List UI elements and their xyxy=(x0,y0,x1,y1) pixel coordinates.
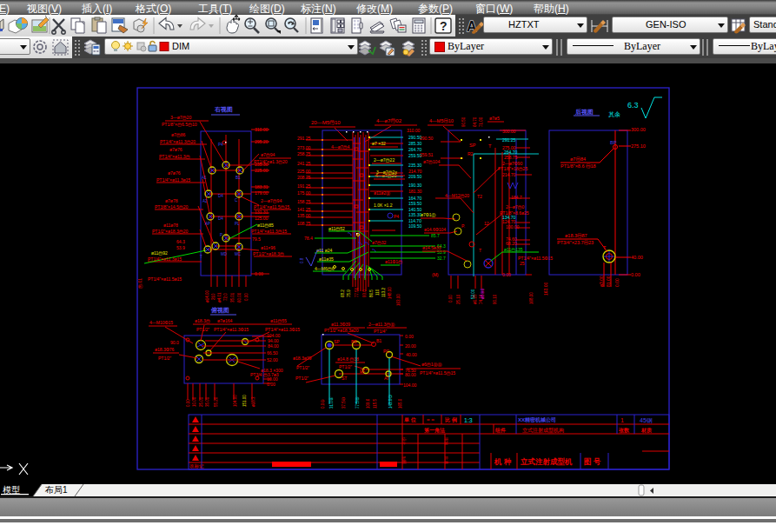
svg-text:100.00: 100.00 xyxy=(506,224,520,229)
svg-text:4—ø7ⓜ02: 4—ø7ⓜ02 xyxy=(376,118,402,123)
svg-text:135.00: 135.00 xyxy=(297,213,311,218)
svg-text:0.00: 0.00 xyxy=(448,295,453,303)
svg-text:104.00: 104.00 xyxy=(233,395,237,407)
svg-text:53.9: 53.9 xyxy=(176,245,185,250)
svg-text:ø18.3ⓜ87: ø18.3ⓜ87 xyxy=(565,233,587,238)
svg-text:P4: P4 xyxy=(218,143,223,147)
svg-text:2—ø7ⓜ22: 2—ø7ⓜ22 xyxy=(374,157,395,163)
svg-text:俯视图: 俯视图 xyxy=(210,306,229,314)
svg-text:BB: BB xyxy=(351,339,357,344)
svg-text:T2: T2 xyxy=(477,194,482,199)
svg-text:86.5: 86.5 xyxy=(369,289,374,297)
svg-text:?: ? xyxy=(440,19,448,33)
svg-text:比 例: 比 例 xyxy=(445,416,457,423)
svg-text:PC: PC xyxy=(383,349,389,354)
svg-text:4—M10Φ15: 4—M10Φ15 xyxy=(149,320,173,325)
svg-text:AP: AP xyxy=(205,222,210,226)
svg-text:MC: MC xyxy=(235,252,242,256)
svg-text:25.10: 25.10 xyxy=(456,294,461,304)
svg-text:ST: ST xyxy=(342,376,347,381)
svg-text:后视图: 后视图 xyxy=(574,109,594,116)
svg-text:PT1/8"×8.6 ⓜ18: PT1/8"×8.6 ⓜ18 xyxy=(560,163,596,169)
svg-text:179.00: 179.00 xyxy=(255,190,269,196)
svg-text:张数: 张数 xyxy=(618,427,630,434)
svg-text:163.00: 163.00 xyxy=(543,282,548,296)
svg-text:68.2: 68.2 xyxy=(341,289,345,297)
svg-text:PT1/4"×ø11.3ø15: PT1/4"×ø11.3ø15 xyxy=(156,177,190,183)
svg-text:85.7: 85.7 xyxy=(431,233,440,238)
svg-text:258.75: 258.75 xyxy=(504,155,518,160)
svg-text:制图: 制图 xyxy=(401,456,406,464)
svg-text:78.4: 78.4 xyxy=(304,236,313,241)
svg-text:PT1/4"×ø11.3ⓜ15: PT1/4"×ø11.3ⓜ15 xyxy=(251,229,287,234)
svg-text:审核: 审核 xyxy=(444,437,448,446)
svg-text:208.75: 208.75 xyxy=(297,175,311,180)
svg-text:143.0Ⓞ: 143.0Ⓞ xyxy=(388,395,393,409)
svg-text:PL: PL xyxy=(235,222,240,226)
svg-text:225.00: 225.00 xyxy=(255,168,269,173)
svg-text:175.00: 175.00 xyxy=(297,190,311,196)
svg-text:52.00: 52.00 xyxy=(267,357,278,362)
svg-text:XX精密机械公司: XX精密机械公司 xyxy=(518,416,556,423)
svg-text:131.31: 131.31 xyxy=(255,209,269,215)
svg-text:PT3/8"×14.5ⓜ20: PT3/8"×14.5ⓜ20 xyxy=(155,204,189,209)
svg-text:190.30: 190.30 xyxy=(408,183,422,188)
svg-text:108.75: 108.75 xyxy=(297,221,311,226)
svg-text:3—ø7ⓜ20: 3—ø7ⓜ20 xyxy=(170,115,191,120)
svg-text:PT1/4"×ø11.5ø15: PT1/4"×ø11.5ø15 xyxy=(148,276,182,282)
svg-text:立式注射成型机: 立式注射成型机 xyxy=(520,457,573,466)
svg-text:ø7ø76: ø7ø76 xyxy=(168,170,181,176)
svg-text:310.00: 310.00 xyxy=(407,128,421,133)
svg-text:158.75: 158.75 xyxy=(297,199,311,204)
svg-text:71.00: 71.00 xyxy=(479,116,483,127)
svg-text:37.5Ⓜ: 37.5Ⓜ xyxy=(342,396,346,409)
svg-text:77.50: 77.50 xyxy=(355,287,359,297)
svg-text:6.3: 6.3 xyxy=(627,101,639,110)
svg-text:PT1/2": PT1/2" xyxy=(158,356,171,361)
svg-text:PT1/4"×ø11.5ⓜ15: PT1/4"×ø11.5ⓜ15 xyxy=(254,204,289,209)
svg-text:31.0Ⓑ: 31.0Ⓑ xyxy=(329,396,334,409)
svg-text:PT1/2": PT1/2" xyxy=(339,364,352,369)
svg-text:PT1/2"×ø18.3ⓜ20: PT1/2"×ø18.3ⓜ20 xyxy=(152,229,189,234)
svg-text:295.20: 295.20 xyxy=(255,139,269,144)
svg-text:275.10: 275.10 xyxy=(631,143,646,149)
svg-text:300.00: 300.00 xyxy=(502,129,516,134)
svg-text:1: 1 xyxy=(620,417,624,423)
svg-text:其余: 其余 xyxy=(608,111,620,118)
svg-text:259.51: 259.51 xyxy=(420,152,434,157)
svg-text:右视图: 右视图 xyxy=(214,106,233,113)
svg-text:181.30: 181.30 xyxy=(408,189,422,194)
svg-text:PT1/8"×ⓜ6.5ⓜ10: PT1/8"×ⓜ6.5ⓜ10 xyxy=(162,122,197,127)
svg-text:改标记: 改标记 xyxy=(189,463,204,469)
svg-text:1.0K ×1.2: 1.0K ×1.2 xyxy=(374,203,393,208)
svg-text:ø11ⓜ55: ø11ⓜ55 xyxy=(270,318,287,323)
svg-text:60.00: 60.00 xyxy=(237,292,242,303)
svg-text:4—ø7ⓜ4: 4—ø7ⓜ4 xyxy=(331,144,350,150)
svg-text:ø14.8 ⓜ38: ø14.8 ⓜ38 xyxy=(337,356,359,362)
svg-text:148.00: 148.00 xyxy=(388,287,392,299)
svg-text:0.00: 0.00 xyxy=(631,272,640,277)
svg-text:104.00: 104.00 xyxy=(403,382,417,388)
svg-text:组件: 组件 xyxy=(494,428,506,433)
svg-text:PT1/4"×ø11.3Φ15: PT1/4"×ø11.3Φ15 xyxy=(265,327,300,332)
svg-text:4—M6ⓜ6: 4—M6ⓜ6 xyxy=(315,266,335,271)
svg-text:93.0: 93.0 xyxy=(362,289,367,297)
svg-text:25.01: 25.01 xyxy=(199,396,203,407)
svg-text:ø11.3Φ39: ø11.3Φ39 xyxy=(331,322,350,327)
svg-text:P.: P. xyxy=(461,223,465,229)
svg-text:184.7: 184.7 xyxy=(511,195,522,200)
svg-text:ø11ⓜ52: ø11ⓜ52 xyxy=(328,226,345,231)
svg-text:210: 210 xyxy=(211,293,216,300)
svg-text:A2: A2 xyxy=(202,199,208,203)
svg-text:ø18.3Φ76: ø18.3Φ76 xyxy=(155,347,175,352)
svg-text:ø7ⓜ32: ø7ⓜ32 xyxy=(372,240,387,245)
svg-text:BP: BP xyxy=(610,140,617,145)
svg-text:113.2: 113.2 xyxy=(381,288,386,297)
svg-text:A1: A1 xyxy=(202,176,207,180)
svg-text:258.75: 258.75 xyxy=(297,151,311,156)
svg-text:32.7: 32.7 xyxy=(437,256,446,261)
svg-text:291.25: 291.25 xyxy=(297,136,311,141)
svg-text:T: T xyxy=(200,255,202,259)
svg-text:115.5: 115.5 xyxy=(373,399,377,409)
svg-text:P4: P4 xyxy=(394,214,399,219)
